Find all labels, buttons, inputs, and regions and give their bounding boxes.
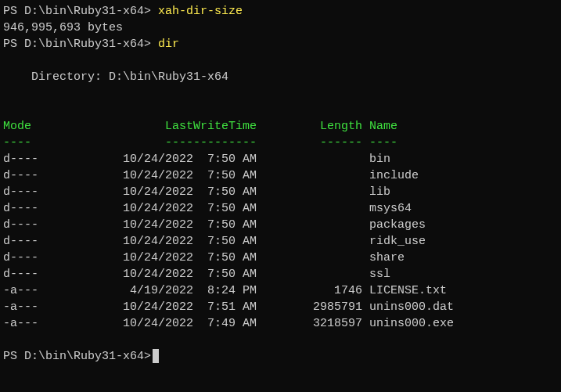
table-row: d---- 10/24/2022 7:50 AM lib: [3, 184, 558, 200]
size-output: 946,995,693 bytes: [3, 20, 558, 36]
prompt-prefix: PS: [3, 350, 24, 363]
table-row: -a--- 10/24/2022 7:51 AM 2985791 unins00…: [3, 299, 558, 315]
header-mode: Mode: [3, 120, 102, 133]
table-row: -a--- 4/19/2022 8:24 PM 1746 LICENSE.txt: [3, 282, 558, 299]
prompt-prefix: PS: [3, 5, 24, 18]
directory-label: Directory:: [3, 70, 109, 84]
prompt-caret: >: [144, 350, 151, 363]
directory-path: D:\bin\Ruby31-x64: [109, 70, 228, 84]
blank-line: [3, 102, 558, 118]
column-dashes: ---- ------------- ------ ----: [3, 135, 558, 151]
prompt-caret: >: [144, 5, 158, 18]
prompt-path: D:\bin\Ruby31-x64: [24, 38, 144, 51]
header-name: Name: [362, 120, 397, 133]
command-text: dir: [158, 38, 179, 51]
cursor-icon: [153, 349, 159, 363]
dash-lastwritetime: -------------: [102, 136, 257, 149]
prompt-path: D:\bin\Ruby31-x64: [24, 5, 144, 18]
blank-line: [3, 85, 558, 102]
dash-mode: ----: [3, 136, 102, 149]
prompt-line-3[interactable]: PS D:\bin\Ruby31-x64>: [3, 348, 558, 365]
command-text: xah-dir-size: [158, 5, 243, 18]
prompt-caret: >: [144, 38, 158, 51]
table-row: d---- 10/24/2022 7:50 AM ssl: [3, 266, 558, 282]
table-row: d---- 10/24/2022 7:50 AM ridk_use: [3, 233, 558, 250]
file-listing: d---- 10/24/2022 7:50 AM bind---- 10/24/…: [3, 151, 558, 332]
table-row: d---- 10/24/2022 7:50 AM share: [3, 250, 558, 266]
blank-line: [3, 332, 558, 348]
table-row: d---- 10/24/2022 7:50 AM msys64: [3, 200, 558, 217]
column-headers: Mode LastWriteTime Length Name: [3, 118, 558, 135]
table-row: d---- 10/24/2022 7:50 AM include: [3, 167, 558, 184]
prompt-prefix: PS: [3, 38, 24, 51]
blank-line: [3, 52, 558, 69]
prompt-line-2: PS D:\bin\Ruby31-x64> dir: [3, 36, 558, 52]
table-row: d---- 10/24/2022 7:50 AM bin: [3, 151, 558, 167]
table-row: d---- 10/24/2022 7:50 AM packages: [3, 217, 558, 233]
table-row: -a--- 10/24/2022 7:49 AM 3218597 unins00…: [3, 315, 558, 332]
header-length: Length: [257, 120, 362, 133]
header-lastwritetime: LastWriteTime: [102, 120, 257, 133]
dash-name: ----: [362, 136, 397, 149]
prompt-line-1: PS D:\bin\Ruby31-x64> xah-dir-size: [3, 3, 558, 20]
dash-length: ------: [257, 136, 362, 149]
prompt-path: D:\bin\Ruby31-x64: [24, 350, 144, 363]
directory-line: Directory: D:\bin\Ruby31-x64: [3, 69, 558, 85]
